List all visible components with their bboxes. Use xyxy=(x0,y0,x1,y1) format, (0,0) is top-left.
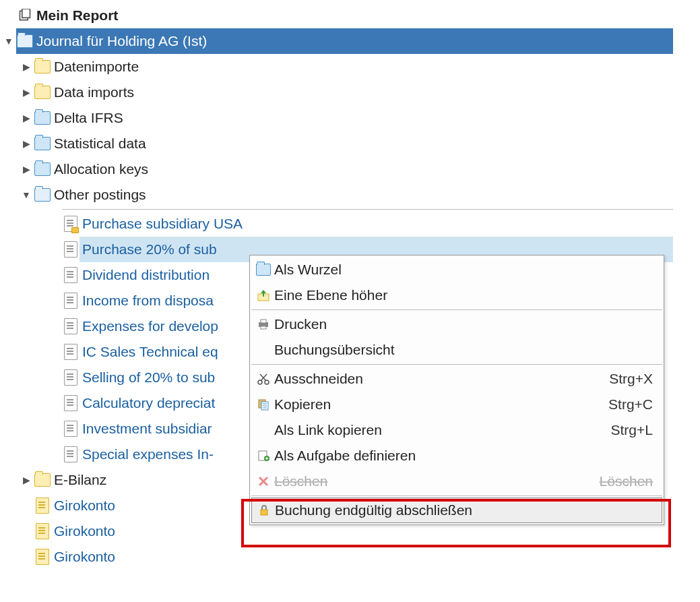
separator xyxy=(62,209,673,210)
menu-label: Ausschneiden xyxy=(273,371,609,387)
item-label: Purchase subsidiary USA xyxy=(79,216,243,232)
menu-item-define-task[interactable]: Als Aufgabe definieren xyxy=(251,443,662,469)
svg-rect-1 xyxy=(22,9,30,18)
chevron-down-icon[interactable]: ▼ xyxy=(19,189,34,200)
svg-rect-5 xyxy=(261,326,266,329)
menu-label: Als Wurzel xyxy=(273,262,653,278)
menu-label: Buchung endgültig abschließen xyxy=(274,502,652,518)
document-icon xyxy=(62,241,79,258)
tree-folder[interactable]: ▶ Allocation keys xyxy=(0,156,700,182)
folder-icon xyxy=(34,137,51,150)
svg-point-6 xyxy=(258,380,262,384)
folder-icon xyxy=(34,86,51,99)
menu-shortcut: Strg+L xyxy=(611,422,653,438)
lock-icon xyxy=(255,504,274,517)
item-label: Girokonto xyxy=(51,498,115,514)
menu-shortcut: Strg+X xyxy=(609,371,653,387)
menu-item-print[interactable]: Drucken xyxy=(251,311,662,337)
tree-folder[interactable]: ▶ Datenimporte xyxy=(0,54,700,80)
menu-item-copy-link[interactable]: Als Link kopieren Strg+L xyxy=(251,417,662,443)
folder-label: E-Bilanz xyxy=(51,472,106,488)
chevron-right-icon[interactable]: ▶ xyxy=(19,164,34,175)
svg-rect-4 xyxy=(261,320,266,323)
leaf-icon xyxy=(34,523,51,539)
folder-label: Statistical data xyxy=(51,136,146,152)
folder-open-icon xyxy=(16,34,34,48)
tree-root[interactable]: ▼ Journal für Holding AG (Ist) xyxy=(0,28,700,54)
item-label: Calculatory depreciat xyxy=(79,395,215,411)
chevron-down-icon[interactable]: ▼ xyxy=(1,36,16,47)
document-icon xyxy=(62,421,79,437)
menu-label: Kopieren xyxy=(273,396,608,413)
menu-label: Eine Ebene höher xyxy=(273,287,653,303)
menu-shortcut: Löschen xyxy=(600,473,653,489)
folder-icon xyxy=(34,162,51,176)
folder-label: Other postings xyxy=(51,187,146,203)
menu-separator xyxy=(251,364,662,365)
document-lock-icon xyxy=(62,216,79,232)
menu-label: Löschen xyxy=(273,473,600,489)
menu-label: Buchungsübersicht xyxy=(273,342,653,358)
tree-folder[interactable]: ▶ Statistical data xyxy=(0,131,700,156)
folder-label: Delta IFRS xyxy=(51,110,123,126)
menu-item-cut[interactable]: Ausschneiden Strg+X xyxy=(251,366,662,392)
tree-item[interactable]: Girokonto xyxy=(0,544,700,570)
copy-icon xyxy=(254,398,273,411)
item-label: Special expenses In- xyxy=(79,446,214,462)
menu-label: Als Link kopieren xyxy=(273,422,611,438)
chevron-right-icon[interactable]: ▶ xyxy=(19,138,34,149)
svg-rect-21 xyxy=(261,510,267,515)
item-label: Selling of 20% to sub xyxy=(79,369,215,386)
item-label: Expenses for develop xyxy=(79,318,218,334)
tree-item[interactable]: Purchase subsidiary USA xyxy=(0,211,700,237)
menu-item-root[interactable]: Als Wurzel xyxy=(251,257,662,282)
report-icon xyxy=(16,9,34,22)
tree-folder-open[interactable]: ▼ Other postings xyxy=(0,182,700,208)
document-icon xyxy=(62,446,79,462)
item-label: IC Sales Technical eq xyxy=(79,344,218,360)
item-label: Purchase 20% of sub xyxy=(79,241,217,258)
document-icon xyxy=(62,293,79,309)
tree-header: Mein Report xyxy=(0,3,700,28)
item-label: Income from disposa xyxy=(79,293,214,309)
item-label: Dividend distribution xyxy=(79,267,210,283)
item-label: Girokonto xyxy=(51,523,115,539)
item-label: Girokonto xyxy=(51,549,115,565)
tree-title: Mein Report xyxy=(34,7,118,24)
menu-separator xyxy=(251,309,662,310)
menu-label: Als Aufgabe definieren xyxy=(273,448,653,464)
menu-shortcut: Strg+C xyxy=(608,396,653,413)
folder-icon xyxy=(34,60,51,73)
tree-folder[interactable]: ▶ Data imports xyxy=(0,80,700,105)
menu-item-copy[interactable]: Kopieren Strg+C xyxy=(251,392,662,417)
leaf-icon xyxy=(34,549,51,565)
task-icon xyxy=(254,449,273,462)
menu-label: Drucken xyxy=(273,316,653,332)
folder-icon xyxy=(34,473,51,487)
chevron-right-icon[interactable]: ▶ xyxy=(19,87,34,98)
chevron-right-icon[interactable]: ▶ xyxy=(19,61,34,72)
chevron-right-icon[interactable]: ▶ xyxy=(19,113,34,123)
folder-icon xyxy=(254,264,273,276)
menu-item-finalize-posting[interactable]: Buchung endgültig abschließen xyxy=(251,498,662,523)
folder-label: Datenimporte xyxy=(51,59,139,75)
menu-separator xyxy=(251,495,662,496)
menu-item-overview[interactable]: Buchungsübersicht xyxy=(251,337,662,363)
leaf-icon xyxy=(34,498,51,514)
tree-root-label: Journal für Holding AG (Ist) xyxy=(34,33,207,49)
folder-label: Allocation keys xyxy=(51,161,148,177)
menu-item-delete: Löschen Löschen xyxy=(251,469,662,494)
document-icon xyxy=(62,344,79,360)
printer-icon xyxy=(254,318,273,331)
folder-label: Data imports xyxy=(51,84,134,100)
tree-folder[interactable]: ▶ Delta IFRS xyxy=(0,105,700,131)
svg-point-7 xyxy=(265,380,269,384)
chevron-right-icon[interactable]: ▶ xyxy=(19,475,34,485)
folder-open-icon xyxy=(34,188,51,202)
menu-item-up[interactable]: Eine Ebene höher xyxy=(251,282,662,308)
document-icon xyxy=(62,369,79,386)
up-arrow-icon xyxy=(254,289,273,302)
document-icon xyxy=(62,395,79,411)
scissors-icon xyxy=(254,372,273,386)
document-icon xyxy=(62,318,79,334)
